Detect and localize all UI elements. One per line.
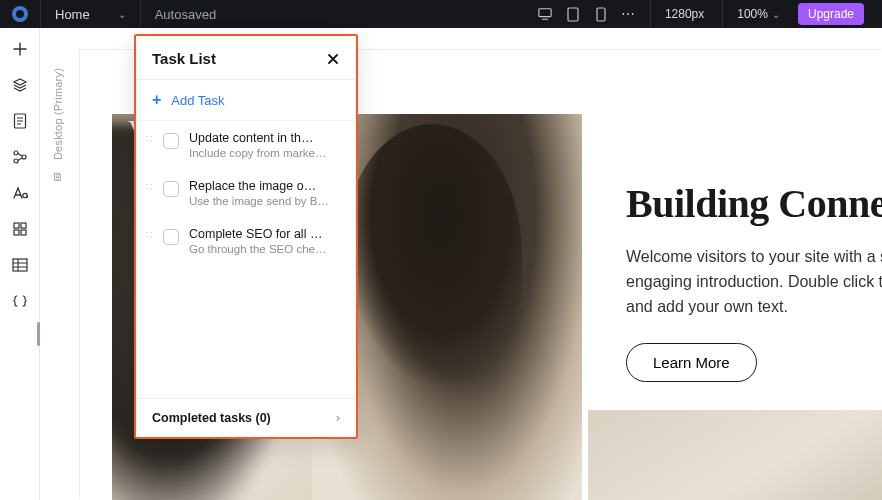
svg-rect-0 [539,9,551,17]
task-item[interactable]: ∷ Complete SEO for all … Go through the … [136,217,356,265]
task-title: Replace the image o… [189,179,342,193]
breakpoint-label: Desktop (Primary) 🗎 [40,28,76,500]
autosaved-label: Autosaved [155,7,216,22]
save-status: Autosaved [141,0,230,28]
task-desc: Use the image send by B… [189,195,342,207]
svg-point-7 [22,193,26,197]
app-logo-icon [12,6,28,22]
svg-rect-8 [14,223,19,228]
task-list-title: Task List [152,50,216,67]
secondary-image[interactable] [588,410,882,500]
svg-point-4 [14,151,18,155]
completed-tasks-toggle[interactable]: Completed tasks (0) › [136,398,356,437]
add-task-label: Add Task [171,93,224,108]
chevron-right-icon: › [336,411,340,425]
zoom-value: 100% [737,7,768,21]
page-headline[interactable]: Building Connection [626,180,882,227]
add-task-button[interactable]: + Add Task [136,80,356,121]
code-braces-icon[interactable] [11,292,29,310]
task-list-items: ∷ Update content in th… Include copy fro… [136,121,356,398]
viewport-width-value: 1280px [665,7,704,21]
chevron-down-icon: ⌄ [772,9,780,20]
learn-more-button[interactable]: Learn More [626,343,757,382]
hero-copy: Building Connection Welcome visitors to … [626,180,882,382]
upgrade-button[interactable]: Upgrade [798,3,864,25]
task-title: Update content in th… [189,131,342,145]
task-list-panel: Task List + Add Task ∷ Update content in… [134,34,358,439]
svg-point-6 [14,159,18,163]
nodes-icon[interactable] [11,148,29,166]
svg-point-5 [22,155,26,159]
task-text: Complete SEO for all … Go through the SE… [189,227,342,255]
svg-rect-1 [568,8,578,21]
task-checkbox[interactable] [163,229,179,245]
image-hair-shape [342,124,522,384]
task-list-header: Task List [136,36,356,80]
add-element-icon[interactable] [11,40,29,58]
topbar-divider2 [722,0,723,28]
svg-rect-9 [21,223,26,228]
drag-handle-icon[interactable]: ∷ [146,182,153,192]
mobile-icon[interactable] [594,7,608,21]
table-icon[interactable] [11,256,29,274]
breakpoint-label-text: Desktop (Primary) [52,68,64,160]
task-title: Complete SEO for all … [189,227,342,241]
task-desc: Go through the SEO che… [189,243,342,255]
app-top-bar: Home ⌄ Autosaved ⋯ 1280px 100% ⌄ Upgrade [0,0,882,28]
app-logo-wrap[interactable] [0,0,41,28]
task-item[interactable]: ∷ Replace the image o… Use the image sen… [136,169,356,217]
plus-icon: + [152,92,161,108]
chevron-down-icon: ⌄ [118,9,126,20]
close-icon[interactable] [326,52,340,66]
layers-icon[interactable] [11,76,29,94]
task-item[interactable]: ∷ Update content in th… Include copy fro… [136,121,356,169]
task-checkbox[interactable] [163,133,179,149]
topbar-right: ⋯ 1280px 100% ⌄ Upgrade [528,0,882,28]
desktop-icon[interactable] [538,7,552,21]
drag-handle-icon[interactable]: ∷ [146,134,153,144]
typography-icon[interactable] [11,184,29,202]
drag-handle-icon[interactable]: ∷ [146,230,153,240]
zoom-control[interactable]: 100% ⌄ [737,7,784,21]
page-icon[interactable] [11,112,29,130]
viewport-width-control[interactable]: 1280px [665,7,708,21]
page-subtext[interactable]: Welcome visitors to your site with a sho… [626,245,882,319]
page-selector-label: Home [55,7,90,22]
task-text: Update content in th… Include copy from … [189,131,342,159]
tablet-icon[interactable] [566,7,580,21]
task-desc: Include copy from marke… [189,147,342,159]
topbar-divider [650,0,651,28]
svg-rect-2 [597,8,605,21]
left-toolbar [0,28,40,500]
task-text: Replace the image o… Use the image send … [189,179,342,207]
svg-rect-10 [14,230,19,235]
completed-tasks-label: Completed tasks (0) [152,411,271,425]
more-horizontal-icon[interactable]: ⋯ [622,7,636,21]
svg-rect-12 [13,259,27,271]
task-checkbox[interactable] [163,181,179,197]
svg-rect-11 [21,230,26,235]
page-doc-icon: 🗎 [52,170,64,184]
page-selector[interactable]: Home ⌄ [41,0,141,28]
apps-grid-icon[interactable] [11,220,29,238]
